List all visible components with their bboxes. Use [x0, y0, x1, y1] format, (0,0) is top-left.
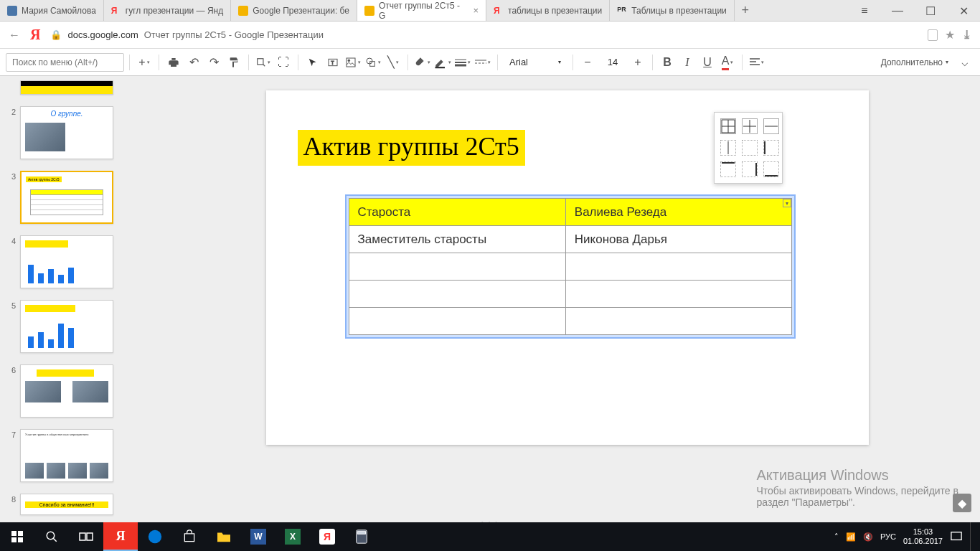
search-icon[interactable] — [34, 522, 69, 551]
tray-chevron-icon[interactable]: ˄ — [834, 532, 839, 542]
slide-thumbnail[interactable]: Спасибо за внимание!!! — [20, 494, 113, 515]
slide-title[interactable]: Актив группы 2Ст5 — [298, 130, 525, 166]
italic-icon[interactable]: I — [678, 53, 697, 72]
protect-icon[interactable] — [928, 29, 938, 41]
table-cell[interactable] — [349, 308, 565, 335]
menu-icon[interactable]: ≡ — [848, 0, 881, 22]
show-desktop[interactable] — [970, 522, 974, 551]
border-left-icon[interactable] — [763, 140, 779, 156]
font-size-input[interactable]: 14 — [598, 57, 627, 67]
font-size-decrease[interactable]: − — [578, 53, 597, 72]
border-all-icon[interactable] — [720, 118, 736, 134]
textbox-icon[interactable]: T — [324, 53, 342, 72]
store-icon[interactable] — [172, 522, 207, 551]
table-cell[interactable] — [565, 308, 791, 335]
fit-icon[interactable]: ⛶ — [274, 53, 293, 72]
task-view-icon[interactable] — [69, 522, 103, 551]
slide-number: 3 — [6, 171, 16, 224]
close-icon[interactable]: ✕ — [947, 0, 980, 22]
line-icon[interactable]: ╲ — [384, 53, 402, 72]
url-field[interactable]: 🔒 docs.google.com Отчет группы 2Ст5 - Go… — [50, 29, 918, 40]
explore-icon[interactable]: ◆ — [953, 494, 971, 512]
minimize-icon[interactable]: — — [881, 0, 914, 22]
table-menu-icon[interactable]: ▾ — [783, 199, 791, 207]
word-icon[interactable]: W — [241, 522, 275, 551]
table-cell[interactable] — [349, 253, 565, 281]
table-selection[interactable]: ▾ Староста Валиева Резеда Заместитель ст… — [345, 194, 796, 339]
slide-thumbnail[interactable]: О группе. — [20, 106, 113, 159]
browser-tab[interactable]: Я гугл презентации — Янд — [104, 0, 231, 21]
table-cell[interactable]: Заместитель старосты — [349, 226, 565, 253]
edge-icon[interactable] — [138, 522, 172, 551]
slide-canvas[interactable]: Актив группы 2Ст5 ▾ Староста Валиева Рез… — [266, 90, 869, 445]
print-icon[interactable] — [164, 53, 183, 72]
border-outer-icon[interactable] — [742, 140, 758, 156]
border-vertical-icon[interactable] — [720, 140, 736, 156]
slide-thumbnail[interactable] — [20, 300, 113, 353]
slide-thumbnail[interactable]: Участие группы в общественных мероприяти… — [20, 429, 113, 482]
clock[interactable]: 15:03 01.06.2017 — [903, 527, 943, 546]
more-button[interactable]: Дополнительно▾ — [875, 57, 954, 67]
select-tool-icon[interactable] — [303, 53, 322, 72]
excel-icon[interactable]: X — [275, 522, 310, 551]
table-cell[interactable]: Никонова Дарья — [565, 226, 791, 253]
font-size-increase[interactable]: + — [628, 53, 647, 72]
browser-tab[interactable]: Google Презентации: бе — [231, 0, 357, 21]
shape-icon[interactable] — [364, 53, 382, 72]
align-icon[interactable] — [748, 53, 766, 72]
slide-thumbnail[interactable] — [20, 364, 113, 418]
table-cell[interactable]: Валиева Резеда — [565, 199, 791, 226]
border-horizontal-icon[interactable] — [763, 118, 779, 134]
maximize-icon[interactable]: ☐ — [914, 0, 947, 22]
border-color-icon[interactable] — [433, 53, 452, 72]
browser-tab[interactable]: Мария Самойлова — [0, 0, 104, 21]
border-right-icon[interactable] — [742, 161, 758, 177]
slide-thumbnail[interactable] — [20, 80, 113, 95]
download-icon[interactable]: ⤓ — [962, 28, 971, 42]
browser-tab-active[interactable]: Отчет группы 2Ст5 - G × — [357, 0, 486, 21]
font-family-select[interactable]: Arial▾ — [503, 53, 567, 72]
new-tab-button[interactable]: + — [735, 0, 756, 21]
underline-icon[interactable]: U — [698, 53, 717, 72]
start-button[interactable] — [0, 522, 34, 551]
slide-thumbnail-selected[interactable]: Актив группы 2Ст5 — [20, 171, 113, 224]
notifications-icon[interactable] — [950, 531, 963, 542]
border-top-icon[interactable] — [720, 161, 736, 177]
bookmark-icon[interactable]: ★ — [945, 28, 955, 42]
yandex-app-icon[interactable]: Я — [310, 522, 344, 551]
lang-indicator[interactable]: РУС — [880, 532, 896, 541]
slide-panel[interactable]: 2 О группе. 3 Актив группы 2Ст5 4 — [0, 76, 154, 522]
volume-icon[interactable]: 🔇 — [863, 532, 873, 542]
browser-tab[interactable]: PR Таблицы в презентации — [610, 0, 735, 21]
slide-thumbnail[interactable] — [20, 235, 113, 288]
border-dash-icon[interactable] — [473, 53, 492, 72]
table-cell[interactable] — [565, 281, 791, 308]
new-slide-button[interactable]: + — [135, 53, 154, 72]
close-icon[interactable]: × — [473, 5, 479, 16]
table-cell[interactable]: Староста — [349, 199, 565, 226]
yandex-logo-icon[interactable]: Я — [30, 27, 40, 43]
menu-search-input[interactable]: Поиск по меню (Alt+/) — [6, 53, 124, 72]
paint-format-icon[interactable] — [225, 53, 243, 72]
back-icon[interactable]: ← — [9, 29, 20, 42]
calculator-icon[interactable] — [344, 522, 379, 551]
undo-icon[interactable]: ↶ — [184, 53, 203, 72]
redo-icon[interactable]: ↷ — [204, 53, 223, 72]
bold-icon[interactable]: B — [658, 53, 677, 72]
explorer-icon[interactable] — [207, 522, 241, 551]
image-icon[interactable] — [344, 53, 362, 72]
data-table[interactable]: Староста Валиева Резеда Заместитель стар… — [349, 198, 792, 335]
border-bottom-icon[interactable] — [763, 161, 779, 177]
browser-tab[interactable]: Я таблицы в презентации — [486, 0, 610, 21]
canvas-area[interactable]: Актив группы 2Ст5 ▾ Староста Валиева Рез… — [154, 76, 980, 522]
border-weight-icon[interactable] — [453, 53, 472, 72]
text-color-icon[interactable]: A — [718, 53, 737, 72]
border-inner-icon[interactable] — [742, 118, 758, 134]
table-cell[interactable] — [565, 253, 791, 281]
zoom-icon[interactable] — [254, 53, 273, 72]
collapse-toolbar-icon[interactable]: ⌵ — [956, 55, 974, 69]
network-icon[interactable]: 📶 — [846, 532, 856, 542]
table-cell[interactable] — [349, 281, 565, 308]
fill-color-icon[interactable] — [413, 53, 432, 72]
yandex-browser-icon[interactable]: Я — [103, 522, 138, 551]
